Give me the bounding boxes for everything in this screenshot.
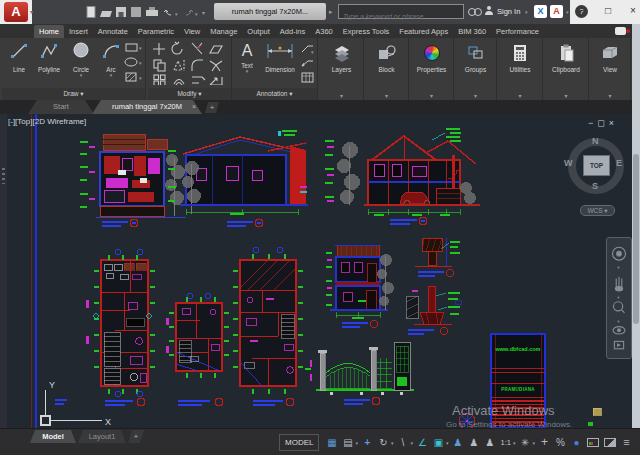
- dynamic-input-icon[interactable]: +: [360, 433, 375, 452]
- workspace-gear-icon[interactable]: ✳: [517, 433, 532, 452]
- viewcube-north[interactable]: N: [592, 136, 599, 146]
- polar-caret-icon[interactable]: ▾: [411, 440, 414, 446]
- isodraft-icon[interactable]: ∠: [415, 433, 430, 452]
- polar-tracking-icon[interactable]: \: [396, 433, 411, 452]
- floor-plan-2[interactable]: [166, 293, 229, 378]
- customization-hamburger-icon[interactable]: ≡: [619, 433, 634, 452]
- maximize-button[interactable]: □: [599, 2, 617, 20]
- ucs-icon[interactable]: Y X: [41, 380, 111, 427]
- text-caret-icon[interactable]: ▾: [234, 69, 260, 73]
- a360-caret-icon[interactable]: ▾: [566, 9, 569, 15]
- groups-caret-icon[interactable]: ▾: [474, 92, 477, 99]
- new-layout-button[interactable]: +: [128, 430, 144, 443]
- view-panel[interactable]: View ▾: [590, 38, 631, 100]
- viewport-minimize-icon[interactable]: −: [588, 118, 597, 128]
- tab-insert[interactable]: Insert: [64, 25, 93, 38]
- arc-caret-icon[interactable]: ▾: [96, 73, 126, 77]
- minimize-button[interactable]: −: [573, 2, 591, 20]
- annotation-scale-value[interactable]: 1:1: [499, 438, 513, 447]
- tab-performance[interactable]: Performance: [491, 25, 544, 38]
- detail-1[interactable]: [415, 238, 460, 277]
- viewport-controls[interactable]: −◻×: [588, 118, 618, 128]
- clean-screen-icon[interactable]: [587, 438, 599, 447]
- tab-addins[interactable]: Add-ins: [275, 25, 310, 38]
- tab-featured-apps[interactable]: Featured Apps: [394, 25, 453, 38]
- layout1-tab[interactable]: Layout1: [78, 430, 126, 443]
- text-tool[interactable]: A Text▾: [234, 41, 260, 73]
- search-binoculars-icon[interactable]: [468, 8, 482, 16]
- wcs-selector[interactable]: WCS ▾: [580, 205, 615, 216]
- app-menu-caret-icon[interactable]: ▾: [30, 8, 33, 15]
- file-tab-active-doc[interactable]: rumah tinggal 7x20M ×: [92, 100, 202, 114]
- line-tool[interactable]: Line: [4, 41, 34, 73]
- tab-bim360[interactable]: BIM 360: [453, 25, 491, 38]
- record-icon[interactable]: [615, 27, 626, 35]
- doc-arrow-icon[interactable]: ▸: [329, 8, 333, 16]
- viewport-restore-icon[interactable]: ◻: [597, 118, 608, 128]
- osnap-caret-icon[interactable]: ▾: [446, 440, 449, 446]
- scrollbar-thumb[interactable]: [633, 154, 639, 324]
- grid-display-icon[interactable]: ▦: [324, 433, 339, 452]
- annotation-panel-footer[interactable]: Annotation ▾: [232, 88, 317, 100]
- clipboard-caret-icon[interactable]: ▾: [564, 92, 567, 99]
- utilities-caret-icon[interactable]: ▾: [518, 92, 521, 99]
- graphics-performance-icon[interactable]: ●: [569, 433, 584, 452]
- tab-annotate[interactable]: Annotate: [93, 25, 133, 38]
- snap-mode-icon[interactable]: ▤: [340, 433, 355, 452]
- tab-home[interactable]: Home: [34, 25, 64, 38]
- floor-plan-3[interactable]: [233, 247, 303, 394]
- new-drawing-tab-button[interactable]: +: [205, 102, 219, 113]
- tab-parametric[interactable]: Parametric: [133, 25, 179, 38]
- object-snap-icon[interactable]: ▣: [431, 433, 446, 452]
- vertical-scrollbar[interactable]: [632, 24, 640, 428]
- polyline-tool[interactable]: Polyline: [34, 41, 64, 73]
- tab-output[interactable]: Output: [242, 25, 275, 38]
- utilities-panel[interactable]: Utilities ▾: [498, 38, 543, 100]
- layers-panel[interactable]: Layers ▾: [320, 38, 364, 100]
- modify-tools[interactable]: [151, 41, 229, 85]
- navigation-bar[interactable]: ▾ ▾ ▾: [606, 237, 632, 359]
- viewcube-top-face[interactable]: TOP: [583, 155, 610, 176]
- draw-extra-tools[interactable]: ▾ ▾ ▾: [124, 42, 144, 86]
- quick-access-toolbar[interactable]: ▾ ▾ ▾: [86, 5, 208, 19]
- annotation-monitor-icon[interactable]: +: [537, 433, 552, 452]
- fence-gate[interactable]: [305, 342, 414, 395]
- modify-panel-footer[interactable]: Modify ▾: [148, 88, 231, 100]
- a360-icon[interactable]: A: [550, 5, 563, 18]
- exchange-apps-icon[interactable]: X: [534, 5, 547, 18]
- cad-drawing[interactable]: Y X: [0, 114, 632, 428]
- model-tab[interactable]: Model: [30, 430, 76, 443]
- file-tab-start[interactable]: Start: [28, 100, 94, 114]
- circle-tool[interactable]: Circle▾: [66, 41, 96, 77]
- viewcube-west[interactable]: W: [564, 158, 573, 168]
- properties-caret-icon[interactable]: ▾: [430, 92, 433, 99]
- model-space-canvas[interactable]: Y X [-][Top][2D Wireframe] −◻× N E S W T…: [0, 114, 632, 428]
- search-input[interactable]: [339, 10, 463, 23]
- model-space-button[interactable]: MODEL: [279, 434, 319, 451]
- properties-panel[interactable]: Properties ▾: [410, 38, 454, 100]
- tab-view[interactable]: View: [179, 25, 205, 38]
- draw-panel-footer[interactable]: Draw ▾: [2, 88, 145, 100]
- left-panel-edge[interactable]: [0, 114, 7, 428]
- layers-caret-icon[interactable]: ▾: [340, 92, 343, 99]
- annotation-visibility-icon[interactable]: ♟: [451, 433, 466, 452]
- elevation-b[interactable]: [168, 130, 308, 215]
- close-button[interactable]: ×: [624, 2, 640, 20]
- sign-in-person-icon[interactable]: [485, 6, 493, 16]
- sign-in-button[interactable]: Sign In: [497, 7, 520, 16]
- tab-express-tools[interactable]: Express Tools: [338, 25, 395, 38]
- file-tab-close-icon[interactable]: ×: [192, 100, 196, 114]
- dimension-tool[interactable]: Dimension: [260, 41, 300, 73]
- fullscreen-icon[interactable]: [604, 438, 616, 447]
- panel-grip-icon[interactable]: [2, 168, 5, 184]
- elevation-side[interactable]: [326, 245, 394, 328]
- viewport-close-icon[interactable]: ×: [609, 118, 618, 128]
- tab-a360[interactable]: A360: [310, 25, 338, 38]
- detail-2[interactable]: [406, 286, 461, 335]
- section-a[interactable]: [80, 134, 186, 217]
- annotation-scale-icon[interactable]: ♟: [483, 433, 498, 452]
- scale-caret-icon[interactable]: ▾: [513, 440, 516, 446]
- block-caret-icon[interactable]: ▾: [385, 92, 388, 99]
- app-menu-button[interactable]: A: [4, 2, 28, 22]
- tab-manage[interactable]: Manage: [205, 25, 242, 38]
